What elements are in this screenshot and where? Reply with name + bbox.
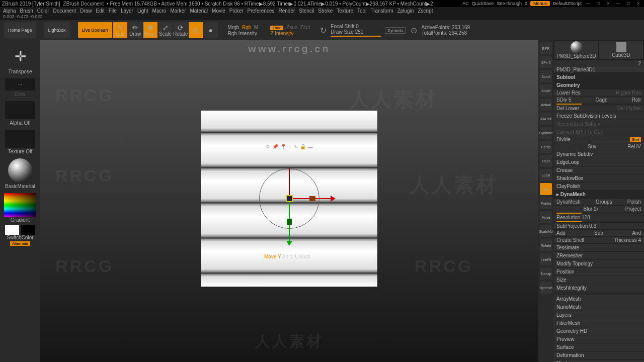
menu-draw[interactable]: Draw bbox=[80, 8, 92, 14]
subtool-plane[interactable]: PM3D_Plane3D1 bbox=[553, 67, 644, 73]
material-item[interactable]: BasicMaterial bbox=[2, 157, 38, 191]
gizmo-y-scale[interactable] bbox=[287, 219, 292, 225]
btn-polish[interactable]: Polish bbox=[627, 199, 641, 205]
scale-button[interactable]: ⤢Scale bbox=[158, 22, 173, 38]
menu-movie[interactable]: Movie bbox=[212, 8, 225, 14]
side-floor[interactable]: Floor bbox=[540, 155, 552, 167]
gear-icon[interactable]: ⚙ bbox=[266, 144, 270, 149]
section-freeze-subdivision-levels[interactable]: Freeze SubDivision Levels bbox=[553, 112, 644, 120]
section-dynamic-subdiv[interactable]: Dynamic Subdiv bbox=[553, 150, 644, 158]
menu-brush[interactable]: Brush bbox=[20, 8, 33, 14]
section-shadowbox[interactable]: ShadowBox bbox=[553, 174, 644, 182]
seethrough-label[interactable]: See-through bbox=[497, 1, 522, 6]
draw-button[interactable]: ✏Draw bbox=[128, 22, 142, 38]
menu-material[interactable]: Material bbox=[190, 8, 208, 14]
section-zremesher[interactable]: ZRemesher bbox=[553, 251, 644, 259]
menu-picker[interactable]: Picker bbox=[229, 8, 244, 14]
section-fibermesh[interactable]: FiberMesh bbox=[553, 319, 644, 327]
rotate-button[interactable]: ⟳Rotate bbox=[174, 22, 188, 38]
btn-del-higher[interactable]: Del Higher bbox=[617, 106, 641, 111]
maximize-icon[interactable]: □ bbox=[595, 1, 602, 6]
marker-icon[interactable]: 📍 bbox=[280, 144, 286, 149]
history-icon[interactable]: ↻ bbox=[320, 26, 327, 35]
btn-resolution-128[interactable]: Resolution 128 bbox=[556, 215, 590, 220]
gizmo-button[interactable]: ◎ bbox=[189, 22, 203, 38]
btn-lower-res[interactable]: Lower Res bbox=[556, 90, 581, 96]
color-picker[interactable]: Gradient SwitchColor Alternate bbox=[2, 192, 38, 247]
menu-document[interactable]: Document bbox=[53, 8, 76, 14]
menu-marker[interactable]: Marker bbox=[170, 8, 186, 14]
section-meshintegrity[interactable]: MeshIntegrity bbox=[553, 284, 644, 292]
reset-icon[interactable]: ↻ bbox=[294, 144, 298, 149]
btn-blur-2▪[interactable]: Blur 2▪ bbox=[584, 206, 599, 212]
default-zscript[interactable]: DefaultZScript bbox=[553, 1, 582, 6]
btn-higher-res[interactable]: Higher Res bbox=[616, 90, 641, 96]
minimize-icon[interactable]: — bbox=[585, 1, 592, 6]
gizmo-z-axis[interactable] bbox=[289, 168, 290, 199]
btn-suv[interactable]: Suv bbox=[588, 144, 596, 149]
dots-item[interactable]: ∙∙∙ Dots bbox=[2, 77, 38, 99]
alternate-button[interactable]: Alternate bbox=[10, 241, 30, 246]
sculptris-button[interactable]: ● bbox=[204, 22, 218, 38]
side-xyz[interactable]: Xyz bbox=[540, 183, 552, 195]
side-scroll[interactable]: Scroll bbox=[540, 70, 552, 82]
side-local[interactable]: Local bbox=[540, 169, 552, 181]
document-canvas[interactable]: ⚙ 📌 📍 ⌂ ↻ 🔒 ▬ Move Y Alt to Unlock bbox=[201, 111, 377, 287]
viewport[interactable]: www.rrcg.cn RRCG 人人素材 RRCG RRCG 人人素材 人人素… bbox=[40, 40, 538, 362]
section-tessimate[interactable]: Tessimate bbox=[553, 243, 644, 251]
move-button[interactable]: ✥Move bbox=[143, 22, 157, 38]
dynamic-toggle[interactable]: Dynamic bbox=[385, 27, 406, 34]
lightbox-button[interactable]: LightBox bbox=[44, 22, 70, 38]
btn-thickness-4[interactable]: Thickness 4 bbox=[614, 237, 641, 243]
btn-sdiv-5[interactable]: SDiv 5 bbox=[556, 97, 571, 103]
section-subtool[interactable]: Subtool bbox=[553, 73, 644, 81]
section-reconstruct-subdiv[interactable]: Reconstruct Subdiv bbox=[553, 120, 644, 128]
maximize-icon-2[interactable]: □ bbox=[625, 1, 632, 6]
pin-icon[interactable]: 📌 bbox=[272, 144, 278, 149]
side-rotate[interactable]: Rotate bbox=[540, 239, 552, 251]
section-convert-bpr-to-geo[interactable]: Convert BPR To Geo bbox=[553, 128, 644, 136]
side-bpr[interactable]: BPR bbox=[540, 42, 552, 54]
section-edgeloop[interactable]: EdgeLoop bbox=[553, 158, 644, 166]
side-dynmsh[interactable]: Dynmsh bbox=[540, 282, 552, 294]
menu-alpha[interactable]: Alpha bbox=[3, 8, 16, 14]
section-crease[interactable]: Crease bbox=[553, 166, 644, 174]
section-geometry-hd[interactable]: Geometry HD bbox=[553, 327, 644, 335]
menu-zscript[interactable]: Zscript bbox=[418, 8, 433, 14]
side-scalemd[interactable]: ScaleMd bbox=[540, 225, 552, 237]
section-preview[interactable]: Preview bbox=[553, 335, 644, 343]
side-spx-3[interactable]: SPx 3 bbox=[540, 56, 552, 68]
section-geometry[interactable]: Geometry bbox=[553, 81, 644, 89]
edit-button[interactable]: ✎Edit bbox=[113, 22, 127, 38]
close-icon-2[interactable]: × bbox=[635, 1, 642, 6]
transform-gizmo[interactable]: Move Y Alt to Unlock bbox=[289, 199, 290, 199]
menu-color[interactable]: Color bbox=[37, 8, 49, 14]
btn-subprojection-0.6[interactable]: SubProjection 0.6 bbox=[556, 223, 596, 229]
sticky-icon[interactable]: ▬ bbox=[308, 144, 313, 149]
menus-button[interactable]: Menus bbox=[530, 1, 550, 6]
swatch-primary[interactable] bbox=[5, 225, 19, 235]
alpha-item[interactable]: Alpha Off bbox=[2, 100, 38, 127]
btn-groups[interactable]: Groups bbox=[596, 199, 612, 205]
section-size[interactable]: Size bbox=[553, 276, 644, 284]
tool-sphere[interactable]: PM3D_Sphere3D bbox=[554, 41, 598, 59]
menu-zplugin[interactable]: Zplugin bbox=[397, 8, 414, 14]
side-dynamic[interactable]: Dynamic bbox=[540, 127, 552, 139]
transpose-tool[interactable]: ✛ Transpose bbox=[2, 42, 38, 76]
lock-icon[interactable]: 🔒 bbox=[300, 144, 306, 149]
side-frame[interactable]: Frame bbox=[540, 197, 552, 209]
section-modify-topology[interactable]: Modify Topology bbox=[553, 259, 644, 267]
btn-del-lower[interactable]: Del Lower bbox=[556, 106, 579, 111]
menu-transform[interactable]: Transform bbox=[370, 8, 393, 14]
section-deformation[interactable]: Deformation bbox=[553, 351, 644, 359]
gizmo-center[interactable] bbox=[286, 195, 293, 202]
side-lineflt[interactable]: LineFlt bbox=[540, 253, 552, 265]
menu-stroke[interactable]: Stroke bbox=[318, 8, 333, 14]
section---dynamesh[interactable]: ▸ DynaMesh bbox=[553, 190, 644, 198]
btn-and[interactable]: And bbox=[632, 230, 641, 236]
btn-smt[interactable]: Smt bbox=[630, 137, 641, 142]
menu-tool[interactable]: Tool bbox=[357, 8, 366, 14]
menu-stencil[interactable]: Stencil bbox=[299, 8, 314, 14]
home-page-button[interactable]: Home Page bbox=[4, 22, 36, 38]
side-transp[interactable]: Transp bbox=[540, 267, 552, 280]
